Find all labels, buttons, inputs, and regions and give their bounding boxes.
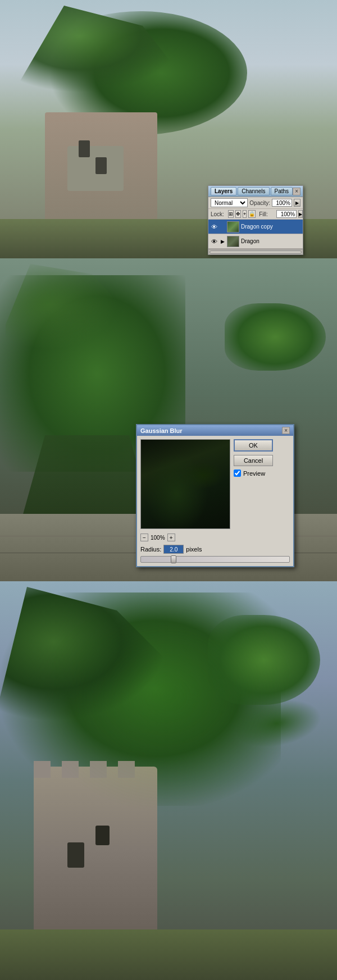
fill-input-1[interactable] [276, 210, 297, 218]
panel-close-btn-1[interactable]: × [293, 188, 300, 195]
zoom-plus-btn[interactable]: + [167, 534, 175, 541]
gaussian-blur-dialog: Gaussian Blur × OK Cancel Preview − 100% [136, 424, 294, 567]
preview-checkbox[interactable] [234, 470, 241, 477]
lock-all-icon-1[interactable]: 🔒 [248, 210, 256, 218]
opacity-arrow-1[interactable]: ▶ [294, 199, 300, 207]
panel-titlebar-1: Layers Channels Paths × [208, 186, 303, 197]
radius-slider-row [137, 556, 293, 566]
tab-layers-1[interactable]: Layers [211, 187, 236, 195]
opacity-input-1[interactable] [272, 199, 292, 207]
zoom-row: − 100% + [137, 532, 293, 543]
layer-arrow-dragon-copy-1 [220, 223, 225, 231]
radius-row: Radius: pixels [137, 543, 293, 556]
layer-name-dragon-copy-1: Dragon copy [241, 224, 301, 230]
lock-transparency-icon-1[interactable]: ⊞ [228, 210, 234, 218]
dialog-close-btn[interactable]: × [282, 427, 290, 434]
opacity-label-1: Opacity: [249, 200, 270, 206]
lock-label-1: Lock: [211, 211, 226, 217]
layer-eye-dragon-copy-1[interactable]: 👁 [210, 223, 218, 231]
layer-thumb-dragon-copy-1 [227, 221, 239, 233]
layer-arrow-dragon-1: ▶ [220, 238, 225, 245]
panel-tabs-1: Layers Channels Paths [211, 187, 293, 195]
layers-panel-1: Layers Channels Paths × Normal Opacity: … [208, 185, 303, 255]
lock-move-icon-1[interactable]: ✥ [235, 210, 241, 218]
fill-arrow-1[interactable]: ▶ [298, 210, 303, 218]
dialog-body: OK Cancel Preview [137, 436, 293, 532]
layer-eye-dragon-1[interactable]: 👁 [210, 238, 218, 245]
layer-name-dragon-1: Dragon [241, 238, 301, 244]
section1-dragon-castle: Layers Channels Paths × Normal Opacity: … [0, 0, 337, 258]
zoom-value: 100% [151, 535, 165, 541]
tab-paths-1[interactable]: Paths [271, 187, 293, 195]
cancel-button[interactable]: Cancel [234, 455, 273, 466]
scroll-track-1[interactable] [210, 250, 302, 254]
layer-row-dragon-1[interactable]: 👁 ▶ Dragon [208, 234, 303, 249]
panel-scrollbar-1[interactable] [208, 249, 303, 254]
radius-slider-track[interactable] [140, 556, 290, 563]
preview-checkbox-row: Preview [234, 470, 290, 477]
layer-thumb-dragon-1 [227, 236, 239, 247]
radius-slider-thumb[interactable] [171, 555, 176, 563]
dialog-title: Gaussian Blur [140, 427, 183, 434]
tab-channels-1[interactable]: Channels [238, 187, 269, 195]
section2-dragon-blur: Gaussian Blur × OK Cancel Preview − 100% [0, 258, 337, 581]
blend-opacity-row-1: Normal Opacity: ▶ [208, 197, 303, 209]
pixels-label: pixels [186, 546, 202, 553]
radius-label: Radius: [140, 546, 161, 553]
dialog-titlebar: Gaussian Blur × [137, 425, 293, 436]
lock-fill-row-1: Lock: ⊞ ✥ + 🔒 Fill: ▶ [208, 209, 303, 220]
fill-label-1: Fill: [259, 211, 275, 217]
blend-mode-select-1[interactable]: Normal [211, 198, 248, 207]
zoom-minus-btn[interactable]: − [140, 534, 148, 541]
blur-preview-image [140, 439, 230, 529]
lock-paint-icon-1[interactable]: + [243, 210, 247, 218]
dialog-controls: OK Cancel Preview [234, 439, 290, 529]
ok-button[interactable]: OK [234, 439, 273, 452]
preview-label: Preview [243, 470, 265, 477]
radius-input[interactable] [163, 545, 184, 554]
section3-dragon-final: Layers Channels Paths × Overlay Opacity:… [0, 581, 337, 980]
layer-row-dragon-copy-1[interactable]: 👁 Dragon copy [208, 220, 303, 234]
